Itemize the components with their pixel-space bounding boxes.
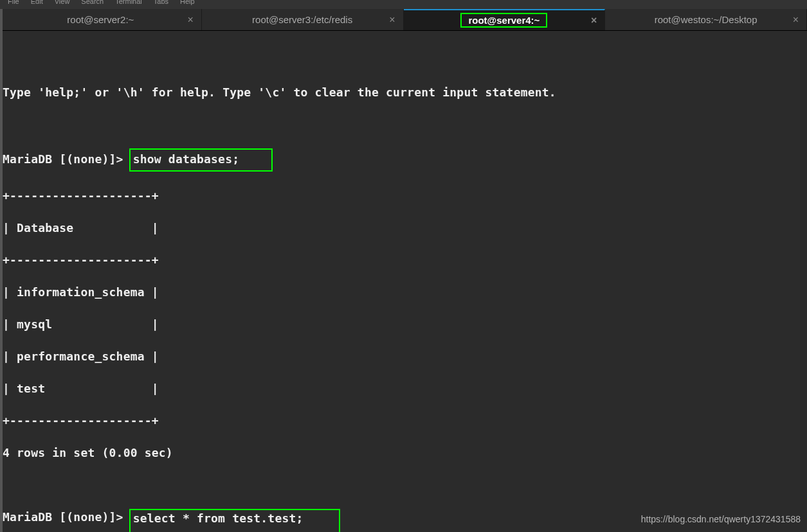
close-icon[interactable]: × [389,15,395,25]
tab-title: root@server3:/etc/redis [252,14,352,25]
tab-westos[interactable]: root@westos:~/Desktop × [605,9,807,30]
tab-title: root@server2:~ [67,14,134,25]
prompt-line-1: MariaDB [(none)]> show databases; [3,148,804,172]
highlighted-command-2: select * from test.test; [129,509,340,532]
blank-line [3,477,804,493]
terminal-output[interactable]: Type 'help;' or '\h' for help. Type '\c'… [0,31,807,532]
db-row: | mysql | [3,316,804,332]
tab-title: root@westos:~/Desktop [655,14,757,25]
tab-server3[interactable]: root@server3:/etc/redis × [202,9,404,30]
menu-help[interactable]: Help [180,0,195,3]
db-row: | performance_schema | [3,348,804,364]
help-text: Type 'help;' or '\h' for help. Type '\c'… [3,84,804,100]
db-row: | information_schema | [3,284,804,300]
menu-file[interactable]: File [8,0,19,3]
db-header: | Database | [3,220,804,236]
menubar: File Edit View Search Terminal Tabs Help [0,0,807,9]
menu-view[interactable]: View [55,0,70,3]
db-border-mid: +--------------------+ [3,252,804,268]
db-border-top: +--------------------+ [3,188,804,204]
menu-edit[interactable]: Edit [31,0,43,3]
watermark: https://blog.csdn.net/qwerty1372431588 [641,514,801,524]
blank-line [3,116,804,132]
close-icon[interactable]: × [793,15,799,25]
result-1: 4 rows in set (0.00 sec) [3,445,804,461]
tab-bar: root@server2:~ × root@server3:/etc/redis… [0,9,807,31]
tab-server2[interactable]: root@server2:~ × [0,9,202,30]
close-icon[interactable]: × [591,15,597,26]
db-border-bot: +--------------------+ [3,412,804,429]
close-icon[interactable]: × [187,15,193,25]
tab-server4[interactable]: root@server4:~ × [404,9,606,30]
db-row: | test | [3,380,804,396]
highlighted-command-1: show databases; [129,148,273,172]
tab-title: root@server4:~ [460,13,547,28]
menu-search[interactable]: Search [81,0,104,3]
blank-line [3,52,804,68]
menu-tabs[interactable]: Tabs [154,0,168,3]
menu-terminal[interactable]: Terminal [115,0,142,3]
window-edge [0,9,3,532]
